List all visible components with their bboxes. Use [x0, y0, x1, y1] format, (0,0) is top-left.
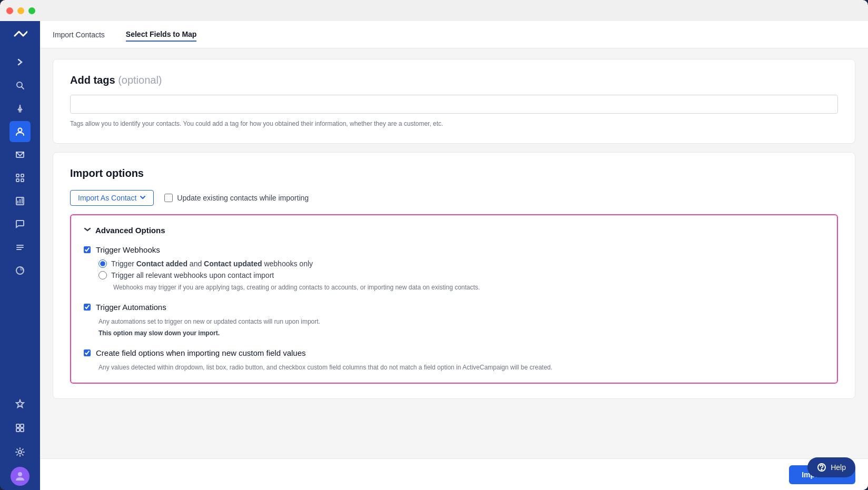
import-options-title: Import options — [70, 167, 838, 179]
sidebar-item-analytics[interactable] — [9, 260, 31, 281]
sidebar — [0, 21, 40, 490]
svg-rect-20 — [16, 428, 19, 432]
options-row: Import As Contact Update existing contac… — [70, 190, 838, 206]
update-contacts-checkbox-row[interactable]: Update existing contacts while importing — [164, 194, 309, 202]
titlebar — [0, 0, 868, 21]
svg-rect-9 — [21, 179, 24, 182]
update-contacts-checkbox[interactable] — [164, 194, 173, 202]
tags-input[interactable] — [70, 95, 838, 114]
svg-line-1 — [22, 87, 24, 89]
top-nav: Import Contacts Select Fields to Map — [40, 21, 868, 48]
import-type-label: Import As Contact — [78, 194, 136, 202]
sidebar-item-expand[interactable] — [9, 52, 31, 73]
update-contacts-label: Update existing contacts while importing — [177, 194, 309, 202]
trigger-automations-header[interactable]: Trigger Automations — [84, 303, 824, 312]
content-area: Add tags (optional) Tags allow you to id… — [40, 48, 868, 458]
sidebar-item-settings[interactable] — [9, 442, 31, 463]
nav-import-contacts[interactable]: Import Contacts — [53, 28, 105, 41]
close-button[interactable] — [6, 7, 13, 14]
trigger-automations-checkbox[interactable] — [84, 304, 91, 311]
svg-rect-19 — [21, 424, 24, 427]
svg-rect-7 — [21, 174, 24, 177]
trigger-automations-label: Trigger Automations — [96, 303, 166, 312]
svg-rect-18 — [16, 424, 19, 427]
sidebar-item-email[interactable] — [9, 144, 31, 165]
help-label: Help — [831, 463, 846, 472]
trigger-automations-section: Trigger Automations Any automations set … — [84, 303, 824, 338]
fullscreen-button[interactable] — [28, 7, 35, 14]
trigger-webhooks-label: Trigger Webhooks — [96, 245, 160, 254]
create-field-options-section: Create field options when importing new … — [84, 348, 824, 372]
nav-select-fields[interactable]: Select Fields to Map — [126, 28, 197, 42]
bottom-bar: Import Nu... — [40, 458, 868, 490]
advanced-options-label: Advanced Options — [95, 226, 165, 235]
advanced-options-header[interactable]: Advanced Options — [84, 226, 824, 235]
svg-point-25 — [821, 469, 822, 470]
trigger-webhooks-section: Trigger Webhooks Trigger Contact added a… — [84, 245, 824, 292]
tags-hint: Tags allow you to identify your contacts… — [70, 119, 838, 128]
trigger-webhooks-checkbox[interactable] — [84, 246, 91, 253]
webhook-option-2[interactable]: Trigger all relevant webhooks upon conta… — [98, 271, 824, 279]
webhook-option-1[interactable]: Trigger Contact added and Contact update… — [98, 259, 824, 268]
add-tags-title: Add tags (optional) — [70, 74, 838, 86]
svg-point-23 — [18, 472, 22, 476]
trigger-webhooks-header[interactable]: Trigger Webhooks — [84, 245, 824, 254]
minimize-button[interactable] — [17, 7, 24, 14]
sidebar-item-reports[interactable] — [9, 191, 31, 212]
sidebar-item-ideas[interactable] — [9, 98, 31, 119]
app-window: Import Contacts Select Fields to Map Add… — [0, 0, 868, 490]
help-button[interactable]: Help — [807, 457, 855, 477]
chevron-down-icon — [140, 194, 146, 202]
svg-point-22 — [18, 451, 22, 454]
app-body: Import Contacts Select Fields to Map Add… — [0, 21, 868, 490]
sidebar-item-conversations[interactable] — [9, 214, 31, 235]
sidebar-item-automations[interactable] — [9, 167, 31, 188]
import-options-card: Import options Import As Contact — [53, 152, 855, 399]
sidebar-item-campaigns[interactable] — [9, 237, 31, 258]
chevron-down-expand-icon — [84, 226, 91, 235]
add-tags-card: Add tags (optional) Tags allow you to id… — [53, 59, 855, 144]
sidebar-item-contacts[interactable] — [9, 121, 31, 142]
create-field-options-header[interactable]: Create field options when importing new … — [84, 348, 824, 357]
webhook-radio-1[interactable] — [98, 259, 107, 268]
svg-point-4 — [18, 128, 22, 132]
create-field-options-label: Create field options when importing new … — [96, 348, 306, 357]
help-icon — [817, 463, 826, 472]
sidebar-item-apps[interactable] — [9, 417, 31, 438]
optional-label: (optional) — [118, 74, 162, 86]
svg-rect-21 — [21, 428, 24, 432]
webhooks-hint: Webhooks may trigger if you are applying… — [113, 283, 824, 292]
webhook-option-2-label: Trigger all relevant webhooks upon conta… — [111, 271, 274, 279]
create-field-options-checkbox[interactable] — [84, 349, 91, 356]
sidebar-item-favorites[interactable] — [9, 393, 31, 414]
svg-rect-8 — [16, 179, 19, 182]
webhook-radio-2[interactable] — [98, 271, 107, 279]
create-field-options-hint: Any values detected within dropdown, lis… — [98, 363, 824, 372]
logo[interactable] — [9, 25, 31, 46]
svg-rect-6 — [16, 174, 19, 177]
automations-hint-2: This option may slow down your import. — [98, 328, 824, 338]
webhook-radio-group: Trigger Contact added and Contact update… — [98, 259, 824, 292]
main-content: Import Contacts Select Fields to Map Add… — [40, 21, 868, 490]
import-type-button[interactable]: Import As Contact — [70, 190, 154, 206]
avatar[interactable] — [11, 467, 29, 486]
advanced-options-box: Advanced Options Trigger Webhooks — [70, 214, 838, 384]
automations-hint-1: Any automations set to trigger on new or… — [98, 317, 824, 326]
sidebar-item-search[interactable] — [9, 75, 31, 96]
